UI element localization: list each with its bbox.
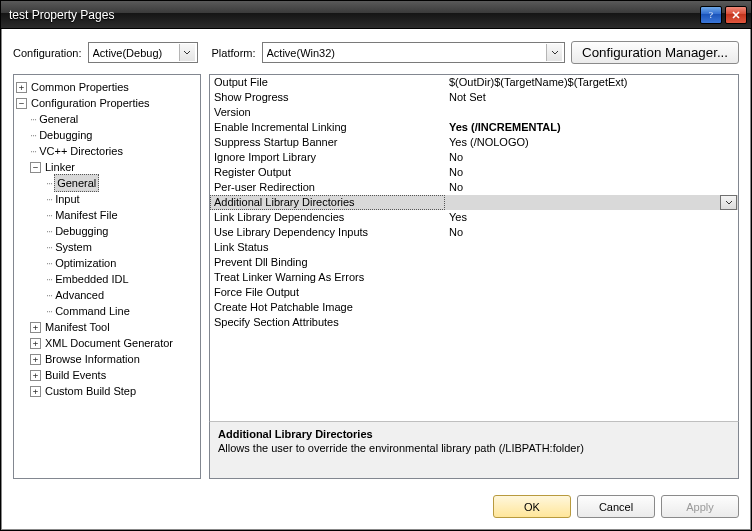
collapse-icon[interactable]: −	[16, 98, 27, 109]
tree-view[interactable]: +Common Properties −Configuration Proper…	[13, 74, 201, 479]
property-label: Create Hot Patchable Image	[210, 300, 445, 315]
property-value[interactable]: No	[445, 165, 738, 180]
property-row[interactable]: Version	[210, 105, 738, 120]
property-label: Specify Section Attributes	[210, 315, 445, 330]
tree-connector-icon: ···	[46, 175, 52, 191]
configuration-manager-button[interactable]: Configuration Manager...	[571, 41, 739, 64]
property-value[interactable]	[445, 315, 738, 330]
tree-label: Linker	[45, 159, 75, 175]
window-title: test Property Pages	[9, 8, 697, 22]
description-text: Allows the user to override the environm…	[218, 442, 730, 454]
ok-button[interactable]: OK	[493, 495, 571, 518]
expand-icon[interactable]: +	[30, 370, 41, 381]
tree-item-debugging[interactable]: ···Debugging	[16, 127, 198, 143]
chevron-down-icon[interactable]	[720, 195, 737, 210]
property-value[interactable]	[445, 255, 738, 270]
tree-item-configuration-properties[interactable]: −Configuration Properties	[16, 95, 198, 111]
right-column: Output File$(OutDir)$(TargetName)$(Targe…	[209, 74, 739, 479]
apply-button[interactable]: Apply	[661, 495, 739, 518]
property-row[interactable]: Prevent Dll Binding	[210, 255, 738, 270]
tree-item-linker-system[interactable]: ···System	[16, 239, 198, 255]
expand-icon[interactable]: +	[30, 386, 41, 397]
collapse-icon[interactable]: −	[30, 162, 41, 173]
property-value[interactable]	[445, 270, 738, 285]
property-row[interactable]: Register OutputNo	[210, 165, 738, 180]
property-row[interactable]: Specify Section Attributes	[210, 315, 738, 330]
cancel-button[interactable]: Cancel	[577, 495, 655, 518]
titlebar[interactable]: test Property Pages ?	[1, 1, 751, 29]
property-label: Link Status	[210, 240, 445, 255]
property-row[interactable]: Use Library Dependency InputsNo	[210, 225, 738, 240]
expand-icon[interactable]: +	[30, 322, 41, 333]
property-label: Link Library Dependencies	[210, 210, 445, 225]
tree-item-linker-advanced[interactable]: ···Advanced	[16, 287, 198, 303]
property-value[interactable]: No	[445, 180, 738, 195]
property-value[interactable]	[445, 240, 738, 255]
tree-item-linker-debugging[interactable]: ···Debugging	[16, 223, 198, 239]
tree-item-browse-information[interactable]: +Browse Information	[16, 351, 198, 367]
property-value[interactable]: Yes	[445, 210, 738, 225]
tree-item-common-properties[interactable]: +Common Properties	[16, 79, 198, 95]
property-row[interactable]: Enable Incremental LinkingYes (/INCREMEN…	[210, 120, 738, 135]
tree-item-linker[interactable]: −Linker	[16, 159, 198, 175]
property-row[interactable]: Create Hot Patchable Image	[210, 300, 738, 315]
tree-connector-icon: ···	[46, 287, 52, 303]
dialog-window: test Property Pages ? Configuration: Act…	[0, 0, 752, 531]
property-row[interactable]: Show ProgressNot Set	[210, 90, 738, 105]
property-value[interactable]	[445, 195, 738, 210]
tree-item-linker-input[interactable]: ···Input	[16, 191, 198, 207]
property-value[interactable]: Yes (/NOLOGO)	[445, 135, 738, 150]
property-row[interactable]: Link Library DependenciesYes	[210, 210, 738, 225]
property-value[interactable]	[445, 285, 738, 300]
tree-item-linker-general[interactable]: ···General	[16, 175, 198, 191]
tree-item-linker-manifest-file[interactable]: ···Manifest File	[16, 207, 198, 223]
tree-item-linker-optimization[interactable]: ···Optimization	[16, 255, 198, 271]
tree-connector-icon: ···	[46, 207, 52, 223]
property-value[interactable]	[445, 105, 738, 120]
property-label: Force File Output	[210, 285, 445, 300]
help-button[interactable]: ?	[700, 6, 722, 24]
tree-item-xml-document-generator[interactable]: +XML Document Generator	[16, 335, 198, 351]
tree-item-general[interactable]: ···General	[16, 111, 198, 127]
close-button[interactable]	[725, 6, 747, 24]
property-grid[interactable]: Output File$(OutDir)$(TargetName)$(Targe…	[209, 74, 739, 422]
tree-label: Custom Build Step	[45, 383, 136, 399]
property-row[interactable]: Ignore Import LibraryNo	[210, 150, 738, 165]
chevron-down-icon[interactable]	[179, 44, 195, 61]
property-row[interactable]: Output File$(OutDir)$(TargetName)$(Targe…	[210, 75, 738, 90]
expand-icon[interactable]: +	[30, 354, 41, 365]
tree-item-linker-embedded-idl[interactable]: ···Embedded IDL	[16, 271, 198, 287]
tree-connector-icon: ···	[30, 111, 36, 127]
tree-item-custom-build-step[interactable]: +Custom Build Step	[16, 383, 198, 399]
tree-connector-icon: ···	[46, 239, 52, 255]
platform-label: Platform:	[212, 47, 256, 59]
tree-item-build-events[interactable]: +Build Events	[16, 367, 198, 383]
tree-label: Manifest Tool	[45, 319, 110, 335]
tree-item-linker-command-line[interactable]: ···Command Line	[16, 303, 198, 319]
expand-icon[interactable]: +	[30, 338, 41, 349]
expand-icon[interactable]: +	[16, 82, 27, 93]
property-value[interactable]: Not Set	[445, 90, 738, 105]
property-value[interactable]: $(OutDir)$(TargetName)$(TargetExt)	[445, 75, 738, 90]
tree-item-vcpp-directories[interactable]: ···VC++ Directories	[16, 143, 198, 159]
description-title: Additional Library Directories	[218, 428, 730, 440]
property-label: Version	[210, 105, 445, 120]
property-row[interactable]: Treat Linker Warning As Errors	[210, 270, 738, 285]
tree-item-manifest-tool[interactable]: +Manifest Tool	[16, 319, 198, 335]
tree-connector-icon: ···	[46, 223, 52, 239]
property-row[interactable]: Additional Library Directories	[210, 195, 738, 210]
property-value[interactable]	[445, 300, 738, 315]
chevron-down-icon[interactable]	[546, 44, 562, 61]
configuration-combo[interactable]: Active(Debug)	[88, 42, 198, 63]
property-row[interactable]: Link Status	[210, 240, 738, 255]
property-row[interactable]: Suppress Startup BannerYes (/NOLOGO)	[210, 135, 738, 150]
property-value[interactable]: Yes (/INCREMENTAL)	[445, 120, 738, 135]
property-row[interactable]: Force File Output	[210, 285, 738, 300]
tree-connector-icon: ···	[30, 127, 36, 143]
property-row[interactable]: Per-user RedirectionNo	[210, 180, 738, 195]
property-value[interactable]: No	[445, 225, 738, 240]
platform-combo[interactable]: Active(Win32)	[262, 42, 566, 63]
property-label: Additional Library Directories	[210, 195, 445, 210]
tree-connector-icon: ···	[46, 271, 52, 287]
property-value[interactable]: No	[445, 150, 738, 165]
